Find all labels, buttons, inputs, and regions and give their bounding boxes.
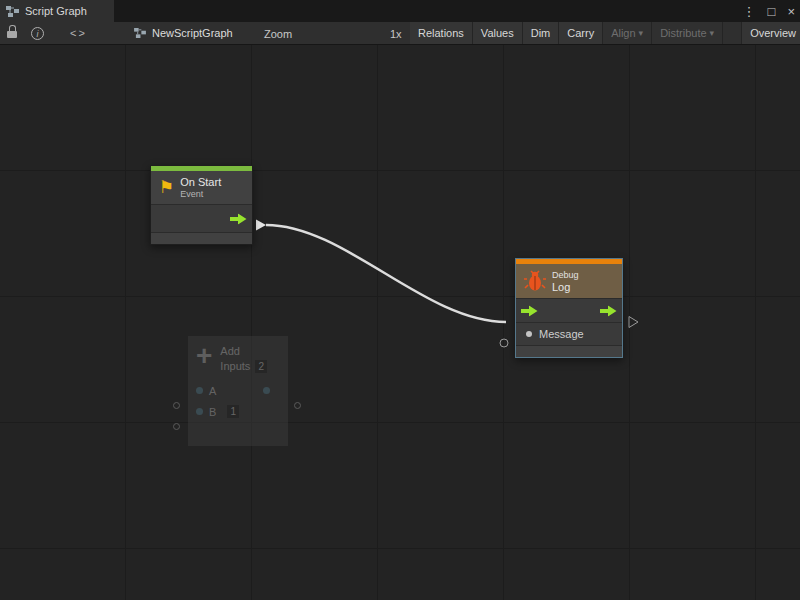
overview-button[interactable]: Overview	[741, 22, 800, 44]
maximize-icon[interactable]: □	[768, 5, 776, 18]
node-title-line1: Add	[220, 344, 267, 359]
code-icon[interactable]: <>	[70, 27, 87, 39]
debug-log-node[interactable]: Debug Log Message	[515, 258, 623, 358]
toolbar-buttons: Relations Values Dim Carry Align ▾ Distr…	[410, 22, 800, 44]
wire-start-arrow	[256, 220, 266, 231]
tab-script-graph[interactable]: Script Graph	[0, 0, 114, 22]
flow-input-arrow[interactable]	[521, 305, 538, 316]
message-port-circle[interactable]	[500, 339, 508, 347]
flow-output-arrow[interactable]	[230, 213, 247, 224]
node-title: On Start	[180, 176, 221, 188]
info-icon[interactable]: i	[31, 27, 44, 40]
window-menu-icon[interactable]: ⋮	[743, 5, 756, 18]
port-a-outer-circle[interactable]	[173, 402, 180, 409]
node-category: Debug	[552, 270, 579, 280]
values-button[interactable]: Values	[473, 22, 523, 44]
output-port-triangle[interactable]	[629, 317, 638, 328]
message-input-dot[interactable]	[526, 331, 532, 337]
graph-name-label: NewScriptGraph	[152, 27, 233, 39]
port-out-dot[interactable]	[263, 387, 270, 394]
node-subtitle: Event	[180, 189, 221, 199]
port-a-dot[interactable]	[196, 387, 203, 394]
relations-button[interactable]: Relations	[410, 22, 473, 44]
close-icon[interactable]: ×	[787, 5, 795, 18]
port-b-value-field[interactable]: 1	[227, 405, 239, 418]
zoom-label: Zoom	[264, 28, 292, 40]
align-dropdown[interactable]: Align ▾	[603, 22, 652, 44]
port-b-outer-circle[interactable]	[173, 423, 180, 430]
port-a-label: A	[209, 385, 216, 397]
carry-button[interactable]: Carry	[559, 22, 603, 44]
graph-toolbar: i <> NewScriptGraph Zoom 1x Relations Va…	[0, 22, 800, 45]
chevron-down-icon: ▾	[639, 28, 644, 38]
add-inputs-node[interactable]: + Add Inputs2 A B 1	[188, 336, 288, 446]
dim-button[interactable]: Dim	[523, 22, 560, 44]
zoom-value: 1x	[390, 28, 402, 40]
message-port-label: Message	[539, 328, 584, 340]
port-b-dot[interactable]	[196, 408, 203, 415]
graph-breadcrumb[interactable]: NewScriptGraph	[134, 22, 233, 44]
flow-wire[interactable]	[266, 225, 506, 322]
lock-icon[interactable]	[7, 25, 18, 38]
distribute-dropdown[interactable]: Distribute ▾	[652, 22, 723, 44]
chevron-down-icon: ▾	[710, 28, 715, 38]
add-icon: +	[196, 344, 212, 368]
title-bar: Script Graph ⋮ □ ×	[0, 0, 800, 22]
flag-icon: ⚑	[159, 179, 174, 196]
node-title: Log	[552, 281, 579, 293]
inputs-count-field[interactable]: 2	[255, 360, 267, 373]
graph-asset-icon	[134, 28, 146, 38]
tab-label: Script Graph	[25, 5, 87, 17]
bug-icon	[524, 268, 546, 294]
port-b-label: B	[209, 406, 216, 418]
node-title-line2: Inputs	[220, 360, 250, 372]
script-graph-icon	[6, 6, 19, 17]
flow-output-arrow[interactable]	[600, 305, 617, 316]
connections-layer	[0, 45, 800, 600]
on-start-node[interactable]: ⚑ On Start Event	[150, 165, 253, 245]
port-out-outer-circle[interactable]	[294, 402, 301, 409]
